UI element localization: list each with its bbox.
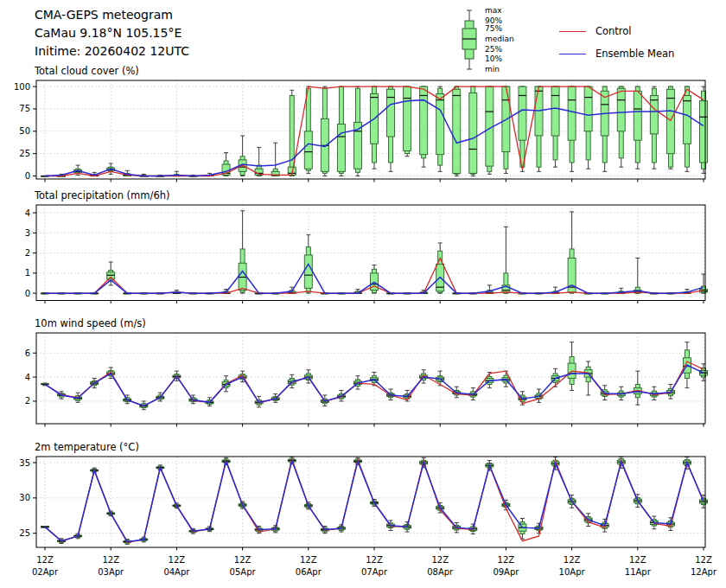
legend-label-control: Control bbox=[595, 25, 632, 37]
y-tick-label: 4 bbox=[25, 373, 30, 382]
x-tick-date: 03Apr bbox=[98, 567, 124, 577]
y-tick-label: 2 bbox=[25, 396, 30, 406]
x-tick-date: 06Apr bbox=[296, 567, 322, 577]
boxplot-legend-label: 10% bbox=[485, 54, 502, 63]
x-tick-date: 10Apr bbox=[559, 567, 586, 577]
legend-item-control: Control bbox=[559, 25, 632, 37]
y-tick-label: 2 bbox=[25, 248, 30, 258]
y-tick-label: 30 bbox=[19, 493, 30, 502]
panel-title-wind: 10m wind speed (m/s) bbox=[35, 317, 146, 329]
x-tick-date: 04Apr bbox=[163, 567, 190, 577]
control-line-swatch bbox=[559, 31, 586, 32]
panel-title-precip: Total precipitation (mm/6h) bbox=[35, 189, 169, 201]
panel-temp: 253035 bbox=[19, 457, 707, 551]
y-tick-label: 25 bbox=[19, 528, 30, 538]
y-tick-label: 6 bbox=[25, 348, 30, 358]
x-tick-hour: 12Z bbox=[36, 555, 54, 565]
x-tick-hour: 12Z bbox=[366, 555, 383, 565]
y-tick-label: 0 bbox=[25, 171, 30, 181]
x-tick-hour: 12Z bbox=[234, 555, 252, 565]
boxplot-legend-label: 25% bbox=[485, 45, 502, 54]
panel-temp-boxes bbox=[41, 457, 708, 544]
boxplot-legend-label: 75% bbox=[485, 24, 502, 33]
x-tick-date: 08Apr bbox=[427, 567, 454, 577]
x-tick-hour: 12Z bbox=[629, 555, 646, 565]
y-tick-label: 100 bbox=[14, 82, 30, 92]
x-tick-date: 12Apr bbox=[691, 567, 717, 577]
x-tick-hour: 12Z bbox=[300, 555, 317, 565]
x-tick-date: 05Apr bbox=[230, 567, 257, 577]
x-tick-hour: 12Z bbox=[169, 555, 186, 565]
panel-wind: 246 bbox=[25, 333, 708, 427]
y-tick-label: 75 bbox=[19, 104, 30, 113]
y-tick-label: 25 bbox=[19, 149, 30, 158]
legend-label-ensemble-mean: Ensemble Mean bbox=[595, 48, 674, 60]
y-tick-label: 35 bbox=[19, 458, 30, 468]
x-tick-hour: 12Z bbox=[695, 555, 712, 565]
chart-header: CMA-GEPS meteogram CaMau 9.18°N 105.15°E… bbox=[35, 6, 189, 61]
y-tick-label: 1 bbox=[25, 268, 30, 278]
x-axis-labels: 12Z02Apr12Z03Apr12Z04Apr12Z05Apr12Z06Apr… bbox=[32, 555, 717, 577]
boxplot-legend: max90%75%median25%10%min bbox=[462, 6, 514, 74]
boxplot-legend-label: max bbox=[485, 6, 502, 15]
x-tick-hour: 12Z bbox=[498, 555, 515, 565]
location-subtitle: CaMau 9.18°N 105.15°E bbox=[35, 24, 189, 42]
y-tick-label: 0 bbox=[25, 289, 30, 298]
x-tick-date: 07Apr bbox=[361, 567, 388, 577]
x-tick-hour: 12Z bbox=[564, 555, 581, 565]
meteogram-canvas: 02550751000123424625303512Z02Apr12Z03Apr… bbox=[0, 0, 726, 588]
ensemble-mean-line-swatch bbox=[559, 54, 586, 54]
panel-title-cloud: Total cloud cover (%) bbox=[35, 65, 139, 77]
y-tick-label: 50 bbox=[19, 126, 30, 136]
legend-item-ensemble-mean: Ensemble Mean bbox=[559, 48, 674, 60]
y-tick-label: 4 bbox=[25, 208, 30, 218]
boxplot-legend-label: min bbox=[485, 65, 500, 74]
inittime-subtitle: Initime: 20260402 12UTC bbox=[35, 42, 189, 61]
x-tick-hour: 12Z bbox=[102, 555, 119, 565]
x-tick-hour: 12Z bbox=[431, 555, 449, 565]
x-tick-date: 11Apr bbox=[625, 567, 652, 577]
panel-precip: 01234 bbox=[25, 205, 708, 304]
panel-cloud: 0255075100 bbox=[14, 80, 708, 182]
y-tick-label: 3 bbox=[25, 228, 30, 238]
panel-cloud-boxes bbox=[41, 86, 708, 176]
page-title: CMA-GEPS meteogram bbox=[35, 6, 189, 24]
boxplot-legend-label: median bbox=[485, 35, 514, 43]
panel-title-temp: 2m temperature (°C) bbox=[35, 441, 139, 453]
x-tick-date: 09Apr bbox=[493, 567, 519, 577]
x-tick-date: 02Apr bbox=[32, 567, 59, 577]
